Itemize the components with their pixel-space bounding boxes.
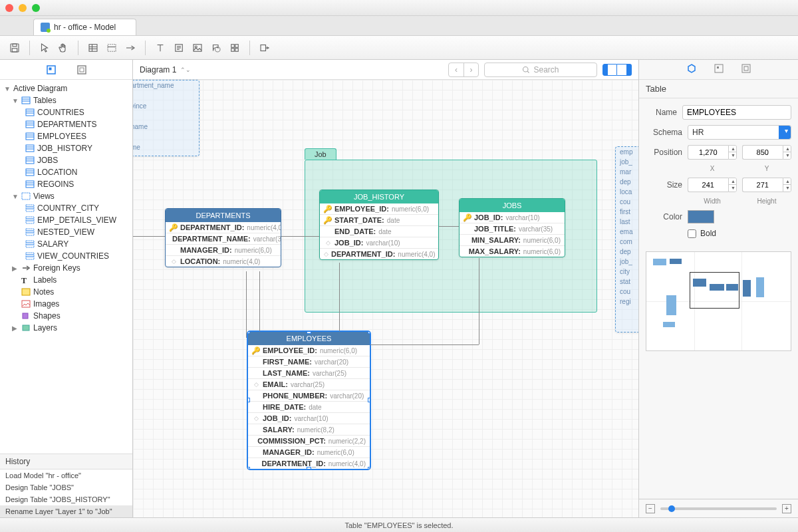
column-row[interactable]: 🔑DEPARTMENT_ID: numeric(4,0)	[166, 222, 281, 233]
column-row[interactable]: ◇JOB_ID: varchar(10)	[248, 412, 370, 424]
step-up[interactable]: ▲	[729, 178, 737, 185]
document-tab[interactable]: hr - office - Model	[33, 19, 136, 35]
tree-item-view[interactable]: NESTED_VIEW	[0, 226, 132, 238]
column-row[interactable]: DEPARTMENT_NAME: varchar(30)	[166, 233, 281, 244]
column-row[interactable]: 🔑EMPLOYEE_ID: numeric(6,0)	[320, 203, 438, 214]
column-row[interactable]: COMMISSION_PCT: numeric(2,2)	[248, 435, 370, 446]
column-row[interactable]: ◇EMAIL: varchar(25)	[248, 378, 370, 390]
step-up[interactable]: ▲	[729, 146, 737, 152]
export-tool[interactable]	[257, 40, 273, 56]
resize-handle[interactable]	[307, 467, 311, 469]
column-row[interactable]: LAST_NAME: varchar(25)	[248, 367, 370, 378]
resize-handle[interactable]	[247, 467, 250, 469]
tree-item-view[interactable]: EMP_DETAILS_VIEW	[0, 214, 132, 226]
column-row[interactable]: MAX_SALARY: numeric(6,0)	[460, 245, 565, 257]
zoom-slider[interactable]	[660, 507, 777, 510]
column-row[interactable]: JOB_TITLE: varchar(35)	[460, 223, 565, 234]
text-tool[interactable]	[152, 40, 168, 56]
table-tool[interactable]	[85, 40, 101, 56]
entity-job-history[interactable]: JOB_HISTORY 🔑EMPLOYEE_ID: numeric(6,0)🔑S…	[319, 190, 439, 260]
column-row[interactable]: MANAGER_ID: numeric(6,0)	[166, 244, 281, 255]
tree-item-table[interactable]: JOB_HISTORY	[0, 142, 132, 154]
resize-handle[interactable]	[368, 467, 370, 469]
checkbox-bold[interactable]	[688, 229, 696, 238]
column-row[interactable]: ◇DEPARTMENT_ID: numeric(4,0)	[320, 248, 438, 259]
tree-item-table[interactable]: EMPLOYEES	[0, 130, 132, 142]
color-swatch[interactable]	[688, 210, 714, 223]
tree-item-table[interactable]: REGOINS	[0, 178, 132, 190]
save-button[interactable]	[7, 40, 23, 56]
resize-handle[interactable]	[368, 398, 370, 402]
labels-group[interactable]: ▶TLabels	[0, 274, 132, 286]
tree-item-table[interactable]: DEPARTMENTS	[0, 118, 132, 130]
toggle-right-panel[interactable]	[617, 64, 632, 76]
column-row[interactable]: HIRE_DATE: date	[248, 401, 370, 412]
close-window-button[interactable]	[5, 4, 13, 12]
history-item[interactable]: Design Table "JOBS_HISTORY"	[0, 493, 132, 505]
column-row[interactable]: ◇LOCATION: numeric(4,0)	[166, 255, 281, 267]
nav-forward-button[interactable]: ›	[464, 63, 478, 76]
zoom-thumb[interactable]	[668, 505, 675, 512]
align-tool[interactable]	[227, 40, 243, 56]
history-item[interactable]: Load Model "hr - office"	[0, 469, 132, 481]
input-height[interactable]	[742, 178, 783, 192]
resize-handle[interactable]	[247, 331, 250, 334]
entity-jobs[interactable]: JOBS 🔑JOB_ID: varchar(10)JOB_TITLE: varc…	[459, 198, 565, 257]
step-up[interactable]: ▲	[783, 146, 791, 152]
tree-item-view[interactable]: SALARY	[0, 238, 132, 250]
history-item[interactable]: Rename Layer "Layer 1" to "Job"	[0, 505, 132, 517]
resize-handle[interactable]	[307, 331, 311, 334]
note-tool[interactable]	[171, 40, 187, 56]
entity-departments[interactable]: DEPARTMENTS 🔑DEPARTMENT_ID: numeric(4,0)…	[165, 208, 281, 267]
inspector-tab-properties[interactable]	[686, 63, 697, 76]
zoom-in-button[interactable]: +	[782, 504, 791, 513]
history-item[interactable]: Design Table "JOBS"	[0, 481, 132, 493]
notes-group[interactable]: ▶Notes	[0, 286, 132, 298]
column-row[interactable]: MIN_SALARY: numeric(6,0)	[460, 234, 565, 245]
toggle-left-panel[interactable]	[602, 64, 617, 76]
entity-employees[interactable]: EMPLOYEES 🔑EMPLOYEE_ID: numeric(6,0)FIRS…	[247, 331, 370, 469]
column-row[interactable]: PHONE_NUMBER: varchar(20)	[248, 390, 370, 401]
inspector-tab-3[interactable]	[741, 63, 751, 76]
partial-entity-right[interactable]: empjob_mardeplocacoufirstlastemacomdepjo…	[615, 146, 638, 332]
model-tab-icon[interactable]	[76, 65, 87, 75]
inspector-tab-2[interactable]	[714, 63, 724, 76]
input-width[interactable]	[688, 178, 728, 192]
tables-group[interactable]: ▼Tables	[0, 94, 132, 106]
shape-tool[interactable]	[208, 40, 224, 56]
view-tool[interactable]	[104, 40, 120, 56]
input-y[interactable]	[742, 145, 783, 160]
diagram-selector[interactable]: Diagram 1⌃⌄	[140, 65, 191, 74]
column-row[interactable]: SALARY: numeric(8,2)	[248, 424, 370, 435]
resize-handle[interactable]	[247, 398, 250, 402]
column-row[interactable]: 🔑START_DATE: date	[320, 214, 438, 225]
active-diagram-header[interactable]: ▼Active Diagram	[0, 82, 132, 94]
partial-entity-left[interactable]: artment_namevincenameme	[133, 80, 200, 156]
images-group[interactable]: ▶Images	[0, 298, 132, 310]
column-row[interactable]: ◇JOB_ID: varchar(10)	[320, 237, 438, 248]
step-down[interactable]: ▼	[783, 185, 791, 192]
tree-item-view[interactable]: VIEW_COUNTRIES	[0, 250, 132, 262]
column-row[interactable]: FIRST_NAME: varchar(20)	[248, 356, 370, 367]
resize-handle[interactable]	[368, 331, 370, 334]
layers-group[interactable]: ▶Layers	[0, 322, 132, 334]
zoom-out-button[interactable]: −	[646, 504, 655, 513]
step-down[interactable]: ▼	[783, 152, 791, 159]
step-up[interactable]: ▲	[783, 178, 791, 185]
diagram-tab-icon[interactable]	[46, 65, 57, 75]
search-input[interactable]: Search	[484, 63, 597, 77]
column-row[interactable]: MANAGER_ID: numeric(6,0)	[248, 446, 370, 458]
diagram-canvas[interactable]: artment_namevincenameme Job DEPARTMENTS …	[133, 80, 638, 517]
column-row[interactable]: 🔑JOB_ID: varchar(10)	[460, 212, 565, 223]
maximize-window-button[interactable]	[32, 4, 40, 12]
step-down[interactable]: ▼	[729, 152, 737, 159]
shapes-group[interactable]: ▶Shapes	[0, 310, 132, 322]
foreign-keys-group[interactable]: ▶Foreign Keys	[0, 262, 132, 274]
step-down[interactable]: ▼	[729, 185, 737, 192]
tree-item-view[interactable]: COUNTRY_CITY	[0, 202, 132, 214]
image-tool[interactable]	[190, 40, 205, 56]
minimap[interactable]	[646, 251, 791, 351]
cursor-tool[interactable]	[37, 40, 53, 56]
nav-back-button[interactable]: ‹	[449, 63, 464, 76]
hand-tool[interactable]	[55, 40, 71, 56]
